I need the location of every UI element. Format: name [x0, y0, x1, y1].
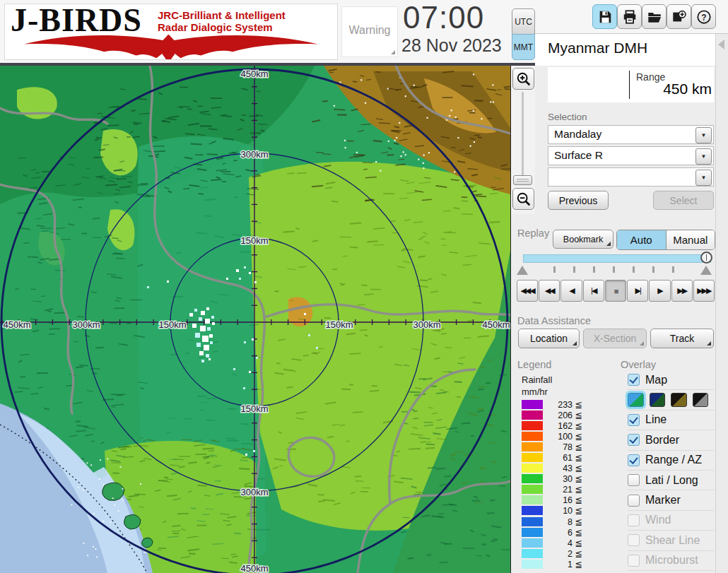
overlay-row-lati-long: Lati / Long: [628, 471, 714, 490]
auto-button[interactable]: Auto: [617, 230, 667, 249]
border-checkbox[interactable]: [628, 434, 640, 446]
play-backward-button[interactable]: ◀: [560, 280, 582, 302]
lati-long-checkbox[interactable]: [628, 474, 640, 486]
zoom-in-icon: [516, 71, 532, 87]
rain-echo: [316, 347, 318, 349]
legend-swatch: [522, 400, 543, 409]
range-az-checkbox[interactable]: [628, 454, 640, 466]
slider-start-marker-icon: [517, 266, 528, 275]
print-button[interactable]: [617, 4, 642, 29]
chevron-down-icon[interactable]: ▼: [695, 170, 712, 186]
print-icon: [622, 9, 638, 25]
rain-echo: [254, 281, 257, 283]
range-ring-label: 450km: [240, 69, 268, 79]
legend-value: 233 ≦: [546, 399, 582, 410]
overlay-item-label: Border: [645, 434, 679, 447]
slider-tick: [672, 266, 674, 273]
location-button[interactable]: Location: [518, 329, 580, 348]
range-ring-label: 150km: [240, 235, 268, 246]
fastest-forward-button[interactable]: ▶▶▶: [693, 280, 715, 302]
range-ring-label: 150km: [325, 319, 353, 330]
legend-value: 10 ≦: [546, 505, 582, 516]
save-button[interactable]: [592, 4, 617, 29]
chevron-down-icon[interactable]: ▼: [695, 127, 712, 143]
save-icon: [597, 9, 613, 25]
fold-icon: [573, 341, 577, 345]
selection-dropdown-2[interactable]: Surface R▼: [548, 146, 714, 165]
zoom-slider-track[interactable]: [522, 92, 524, 175]
map-style-1-button[interactable]: [628, 393, 644, 407]
map-style-row: [628, 390, 714, 410]
replay-slider-handle[interactable]: [700, 252, 712, 264]
zoom-out-button[interactable]: [512, 188, 534, 210]
overlay-row-microburst: Microburst: [628, 551, 714, 571]
legend-swatch: [522, 528, 543, 537]
warning-button[interactable]: Warning: [341, 6, 398, 57]
slider-tick: [593, 266, 595, 273]
map-checkbox[interactable]: [628, 374, 640, 386]
legend-swatch: [522, 421, 543, 430]
station-name-row: Myanmar DMH: [535, 34, 715, 66]
warning-fold-icon: [391, 50, 395, 54]
legend-value: 100 ≦: [546, 431, 582, 442]
selection-dropdown-3[interactable]: ▼: [548, 167, 714, 187]
help-button[interactable]: ?: [691, 4, 716, 29]
mmt-button[interactable]: MMT: [512, 34, 535, 60]
overlay-item-label: Microburst: [645, 554, 698, 567]
utc-button[interactable]: UTC: [512, 8, 535, 35]
play-forward-button[interactable]: ▶: [649, 280, 670, 302]
range-ring-label: 300km: [413, 319, 440, 330]
select-button[interactable]: Select: [653, 191, 714, 210]
rain-echo: [206, 307, 209, 310]
bookmark-button[interactable]: Bookmark: [553, 230, 613, 249]
fastest-rewind-button[interactable]: ◀◀◀: [517, 280, 538, 302]
overlay-row-wind: Wind: [628, 511, 714, 531]
button-label: Track: [670, 333, 694, 344]
line-checkbox[interactable]: [628, 414, 640, 426]
track-button[interactable]: Track: [650, 329, 714, 348]
open-folder-button[interactable]: [642, 4, 667, 29]
j-birds-app: J-BIRDS JRC-Brilliant & Intelligent Rada…: [0, 0, 728, 573]
clock-date: 28 Nov 2023: [401, 35, 502, 56]
fast-forward-button[interactable]: ▶▶: [671, 280, 693, 302]
overlay-item-label: Line: [645, 413, 667, 426]
warning-label: Warning: [342, 24, 397, 37]
legend-swatch: [522, 538, 543, 548]
rain-echo: [244, 266, 246, 268]
rain-echo: [239, 278, 241, 280]
stop-button[interactable]: ■: [605, 280, 626, 302]
legend-row: 21 ≦: [522, 484, 606, 495]
manual-button[interactable]: Manual: [667, 230, 715, 249]
legend-swatch: [522, 549, 543, 558]
dropdown-value: Mandalay: [554, 128, 601, 141]
range-ring-label: 300km: [240, 149, 268, 160]
replay-mode-switch: Auto Manual: [616, 230, 715, 250]
panel-collapse-icon[interactable]: [718, 40, 724, 49]
map-style-2-button[interactable]: [650, 393, 666, 407]
selection-dropdown-1[interactable]: Mandalay▼: [548, 125, 714, 144]
replay-slider-track[interactable]: [523, 254, 711, 263]
selection-label: Selection: [548, 112, 587, 122]
legend-value: 1 ≦: [546, 559, 582, 569]
legend-value: 206 ≦: [546, 410, 582, 420]
zoom-in-button[interactable]: [512, 68, 534, 90]
previous-button[interactable]: Previous: [548, 191, 609, 210]
marker-checkbox[interactable]: [628, 495, 640, 507]
capture-add-button[interactable]: [667, 4, 691, 29]
map-style-3-button[interactable]: [671, 393, 687, 407]
station-name: Myanmar DMH: [548, 40, 647, 57]
rain-echo: [204, 345, 209, 350]
zoom-slider-handle[interactable]: [513, 175, 532, 185]
legend-swatch: [522, 432, 543, 441]
map-style-4-button[interactable]: [693, 393, 709, 407]
chevron-down-icon[interactable]: ▼: [695, 148, 712, 165]
legend-row: 2 ≦: [522, 548, 606, 559]
step-forward-button[interactable]: ▶|: [627, 280, 648, 302]
fast-rewind-button[interactable]: ◀◀: [539, 280, 560, 302]
rain-echo: [207, 327, 211, 331]
step-backward-button[interactable]: |◀: [583, 280, 604, 302]
panel-collapse-strip[interactable]: [715, 34, 728, 573]
radar-map[interactable]: 450km300km150km150km300km450km450km300km…: [0, 66, 511, 573]
x-section-button[interactable]: X-Section: [583, 329, 647, 348]
range-ring-label: 300km: [72, 319, 100, 330]
